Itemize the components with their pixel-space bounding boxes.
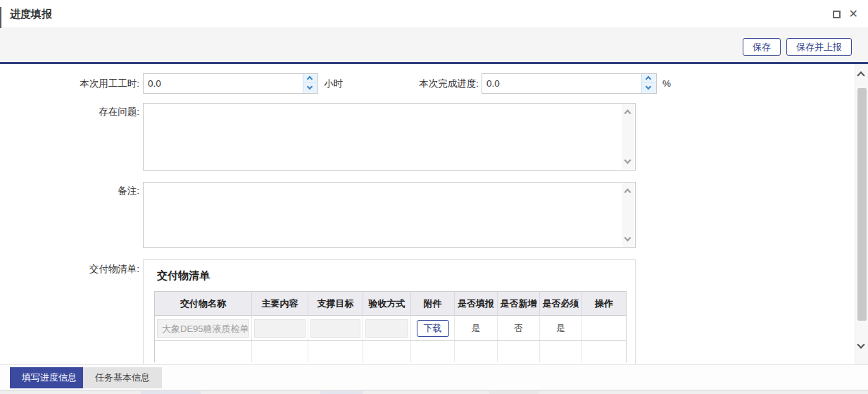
work-hours-field bbox=[143, 73, 318, 94]
form-content: 本次用工工时: 小时 本次完成进度: % 存在问题: bbox=[0, 64, 868, 364]
scroll-up-icon[interactable] bbox=[624, 110, 631, 117]
remarks-scrollbar[interactable] bbox=[622, 183, 634, 247]
issues-label: 存在问题: bbox=[0, 106, 139, 118]
progress-report-dialog: 进度填报 ✕ 保存 保存并上报 本次用工工时: 小时 本次完成进度: bbox=[0, 0, 868, 394]
background-segment bbox=[141, 391, 201, 394]
tab-task-basic-info[interactable]: 任务基本信息 bbox=[83, 367, 162, 388]
table-empty-row bbox=[155, 341, 627, 362]
save-button[interactable]: 保存 bbox=[743, 38, 781, 56]
col-acceptance-method: 验收方式 bbox=[363, 292, 411, 316]
table-header-row: 交付物名称 主要内容 支撑目标 验收方式 附件 是否填报 是否新增 是否必须 操… bbox=[155, 292, 627, 316]
download-button[interactable]: 下载 bbox=[417, 320, 449, 337]
scroll-down-icon[interactable] bbox=[624, 235, 631, 242]
col-deliverable-name: 交付物名称 bbox=[155, 292, 252, 316]
spinner-up-icon[interactable] bbox=[303, 74, 317, 83]
dialog-scrollbar[interactable] bbox=[855, 64, 868, 364]
deliverables-table: 交付物名称 主要内容 支撑目标 验收方式 附件 是否填报 是否新增 是否必须 操… bbox=[154, 291, 627, 362]
spinner-up-icon[interactable] bbox=[642, 74, 656, 83]
tab-progress-info[interactable]: 填写进度信息 bbox=[10, 367, 89, 388]
col-is-filled: 是否填报 bbox=[455, 292, 498, 316]
maximize-icon[interactable] bbox=[833, 11, 841, 18]
is-filled-value: 是 bbox=[455, 316, 498, 341]
work-hours-spinner bbox=[303, 74, 317, 93]
col-support-target: 支撑目标 bbox=[308, 292, 363, 316]
toolbar: 保存 保存并上报 bbox=[0, 28, 868, 62]
col-operation: 操作 bbox=[582, 292, 627, 316]
save-and-submit-button[interactable]: 保存并上报 bbox=[786, 38, 852, 56]
dialog-titlebar: 进度填报 ✕ bbox=[0, 0, 868, 28]
close-icon[interactable]: ✕ bbox=[849, 8, 858, 20]
scroll-up-icon[interactable] bbox=[624, 189, 631, 196]
background-segment bbox=[489, 391, 539, 394]
col-is-required: 是否必须 bbox=[540, 292, 582, 316]
deliverable-name-input: 大象DE95糖液质检单 bbox=[157, 319, 249, 338]
window-controls: ✕ bbox=[833, 0, 858, 28]
work-hours-input[interactable] bbox=[144, 74, 303, 93]
progress-field bbox=[482, 73, 657, 94]
scroll-down-icon[interactable] bbox=[624, 157, 631, 164]
issues-scrollbar[interactable] bbox=[622, 104, 634, 169]
progress-unit: % bbox=[662, 73, 671, 94]
remarks-textarea[interactable] bbox=[144, 183, 622, 247]
deliverables-panel: 交付物清单 交付物名称 主要内容 支撑目标 验收方式 附件 是否填报 是否新增 bbox=[143, 259, 636, 364]
col-main-content: 主要内容 bbox=[252, 292, 308, 316]
spinner-down-icon[interactable] bbox=[642, 84, 656, 93]
scrollbar-thumb[interactable] bbox=[857, 88, 867, 321]
dialog-title: 进度填报 bbox=[10, 0, 52, 28]
spinner-down-icon[interactable] bbox=[303, 84, 317, 93]
scroll-down-icon[interactable] bbox=[857, 340, 864, 348]
deliverables-panel-title: 交付物清单 bbox=[157, 269, 210, 283]
underlying-page-strip bbox=[0, 390, 868, 394]
main-content-input bbox=[254, 319, 306, 338]
progress-label: 本次完成进度: bbox=[338, 73, 479, 94]
is-new-value: 否 bbox=[498, 316, 540, 341]
support-target-input bbox=[310, 319, 360, 338]
issues-field bbox=[143, 103, 636, 171]
work-hours-label: 本次用工工时: bbox=[0, 73, 139, 94]
is-required-value: 是 bbox=[540, 316, 582, 341]
table-row: 大象DE95糖液质检单 下载 是 否 是 bbox=[155, 316, 627, 341]
issues-textarea[interactable] bbox=[144, 104, 622, 170]
remarks-field bbox=[143, 182, 636, 248]
scroll-up-icon[interactable] bbox=[857, 71, 864, 79]
col-is-new: 是否新增 bbox=[498, 292, 540, 316]
bottom-tabbar: 填写进度信息 任务基本信息 bbox=[0, 364, 868, 390]
progress-spinner bbox=[641, 74, 656, 93]
operation-cell bbox=[582, 316, 627, 341]
col-attachment: 附件 bbox=[411, 292, 455, 316]
background-segment bbox=[320, 391, 363, 394]
deliverables-label: 交付物清单: bbox=[0, 263, 139, 276]
acceptance-input bbox=[365, 319, 408, 338]
progress-input[interactable] bbox=[482, 74, 641, 93]
remarks-label: 备注: bbox=[0, 185, 139, 197]
